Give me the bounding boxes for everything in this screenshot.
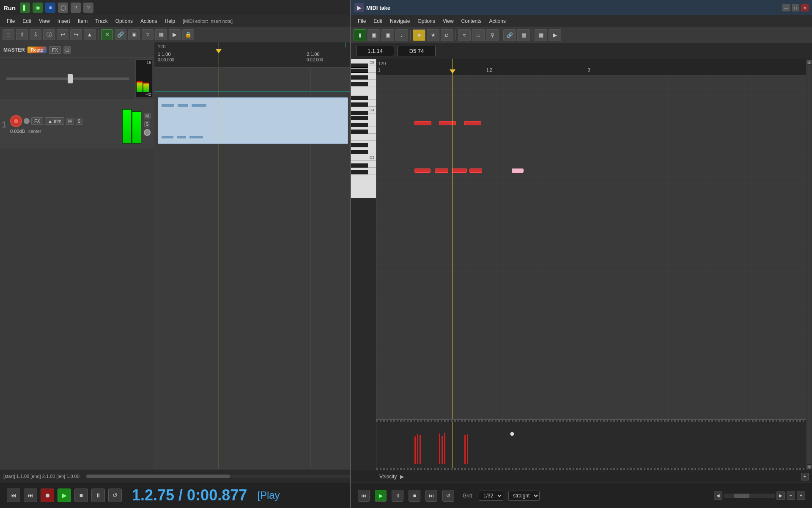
undo-btn[interactable]: ↩ — [57, 29, 69, 40]
play-button[interactable]: ▶ — [58, 489, 71, 502]
maximize-button[interactable]: □ — [792, 4, 799, 11]
vel-bar-4[interactable] — [439, 433, 440, 464]
menu-insert[interactable]: Insert — [54, 17, 74, 25]
straight-select[interactable]: straight — [508, 491, 540, 501]
midi-note-grid[interactable] — [376, 75, 806, 419]
key-fs3-black[interactable] — [351, 130, 368, 134]
terminal2-icon[interactable]: ■ — [45, 3, 55, 13]
key-cs3-black[interactable] — [351, 150, 368, 154]
midi-tool-link[interactable]: 🔗 — [503, 29, 516, 41]
track-bypass-button[interactable] — [144, 129, 151, 136]
midi-pause-btn[interactable]: ⏸ — [392, 490, 403, 502]
midi-tool-filter[interactable]: ▿ — [458, 29, 471, 41]
globe-icon[interactable]: ◯ — [58, 3, 68, 13]
track-s2-button[interactable]: S — [144, 121, 151, 127]
key-c3[interactable]: C3 — [351, 154, 376, 161]
menu-view[interactable]: View — [36, 17, 53, 25]
midi-rewind-btn[interactable]: ⏮ — [358, 490, 370, 502]
midi-tool-piano[interactable]: ▮ — [354, 29, 366, 41]
key-g2[interactable] — [351, 174, 376, 181]
track-trim-button[interactable]: ▲ trim — [45, 117, 64, 125]
stop-record-button[interactable]: ⏺ — [41, 489, 54, 502]
power-button[interactable]: □ — [63, 46, 71, 54]
midi-note-c4-2[interactable] — [439, 121, 456, 125]
scrollbar-thumb[interactable] — [86, 475, 230, 478]
key-b4-black[interactable] — [351, 64, 368, 68]
midi-play-btn[interactable]: ▶ — [375, 490, 387, 502]
vel-bar-2[interactable] — [417, 434, 418, 464]
midi-tool-quantize[interactable]: ▦ — [535, 29, 547, 41]
redo-btn[interactable]: ↪ — [70, 29, 82, 40]
vscroll-thumb[interactable] — [807, 65, 812, 464]
hscroll-minus[interactable]: − — [787, 491, 795, 500]
key-as4-black[interactable] — [351, 69, 368, 73]
snap-btn[interactable]: ▦ — [155, 29, 167, 40]
vel-bar-7[interactable] — [464, 435, 466, 464]
midi-tool-color[interactable]: ■ — [413, 29, 425, 41]
midi-menu-view[interactable]: View — [439, 17, 457, 25]
vel-bar-1[interactable] — [414, 436, 416, 464]
midi-menu-navigate[interactable]: Navigate — [387, 17, 413, 25]
link-btn[interactable]: 🔗 — [115, 29, 126, 40]
midi-menu-edit[interactable]: Edit — [370, 17, 386, 25]
key-fs4-black[interactable] — [351, 82, 368, 86]
menu-edit[interactable]: Edit — [19, 17, 35, 25]
cursor-btn[interactable]: ✕ — [101, 29, 113, 40]
hscroll-right[interactable]: ▶ — [776, 491, 785, 500]
key-f4[interactable] — [351, 86, 376, 93]
midi-menu-actions[interactable]: Actions — [486, 17, 509, 25]
midi-note-c4-3[interactable] — [464, 121, 481, 125]
midi-tool-grid[interactable]: ▣ — [368, 29, 380, 41]
midi-tool-eyedrop[interactable]: 🗅 — [441, 29, 453, 41]
midi-tool-back[interactable]: ▶ — [549, 29, 561, 41]
ripple-btn[interactable]: ▿ — [142, 29, 154, 40]
pause-button[interactable]: ⏸ — [91, 489, 105, 502]
midi-note-c3-light[interactable] — [512, 168, 524, 173]
key-as2-black[interactable] — [351, 163, 368, 168]
open-btn[interactable]: ⇧ — [16, 29, 28, 40]
grid-value-select[interactable]: 1/32 — [479, 491, 503, 501]
midi-loop-btn[interactable]: ↺ — [442, 490, 454, 502]
key-cs4-black[interactable] — [351, 102, 368, 107]
new-btn[interactable]: □ — [3, 29, 14, 40]
record-button[interactable] — [10, 115, 22, 127]
midi-stop-btn[interactable]: ■ — [409, 490, 420, 502]
terminal-icon[interactable]: ▌ — [20, 3, 30, 13]
midi-tool-clef[interactable]: ♩ — [395, 29, 408, 41]
midi-end-btn[interactable]: ⏭ — [425, 490, 437, 502]
track-fx-button[interactable]: FX — [31, 117, 43, 125]
vel-bar-5[interactable] — [442, 436, 443, 464]
midi-menu-options[interactable]: Options — [414, 17, 438, 25]
lock-btn[interactable]: 🔒 — [182, 29, 194, 40]
menu-item[interactable]: Item — [74, 17, 91, 25]
vel-bar-3[interactable] — [420, 435, 421, 464]
fx-button[interactable]: FX — [49, 46, 61, 54]
midi-menu-file[interactable]: File — [354, 17, 369, 25]
midi-note-c3-4[interactable] — [469, 168, 482, 173]
key-gs2-black[interactable] — [351, 170, 368, 174]
help2-icon[interactable]: ? — [83, 3, 93, 13]
hscrollbar[interactable] — [724, 494, 775, 498]
key-as3-black[interactable] — [351, 116, 368, 120]
velocity-expand-icon[interactable]: ▶ — [400, 474, 404, 480]
velocity-add-button[interactable]: + — [801, 473, 809, 480]
midi-tool-select[interactable]: □ — [472, 29, 485, 41]
midi-menu-contents[interactable]: Contents — [458, 17, 485, 25]
midi-vscrollbar[interactable]: ▲ ▼ — [806, 59, 812, 470]
key-ds3-black[interactable] — [351, 143, 368, 147]
settings-btn[interactable]: ▲ — [84, 29, 96, 40]
hscrollbar-thumb[interactable] — [734, 494, 749, 498]
info-btn[interactable]: ⓘ — [43, 29, 55, 40]
save-btn[interactable]: ⇩ — [30, 29, 41, 40]
menu-file[interactable]: File — [3, 17, 18, 25]
monitor-button[interactable] — [24, 118, 30, 124]
loop-btn[interactable]: ▶ — [169, 29, 181, 40]
key-ds4-black[interactable] — [351, 96, 368, 100]
rewind-button[interactable]: ⏮ — [7, 489, 20, 502]
grid-btn[interactable]: ▣ — [128, 29, 140, 40]
vscroll-up[interactable]: ▲ — [807, 60, 812, 64]
key-f3[interactable] — [351, 134, 376, 141]
key-gs4-black[interactable] — [351, 75, 368, 80]
minimize-button[interactable]: — — [782, 4, 790, 11]
track-s-button[interactable]: S — [76, 118, 83, 125]
